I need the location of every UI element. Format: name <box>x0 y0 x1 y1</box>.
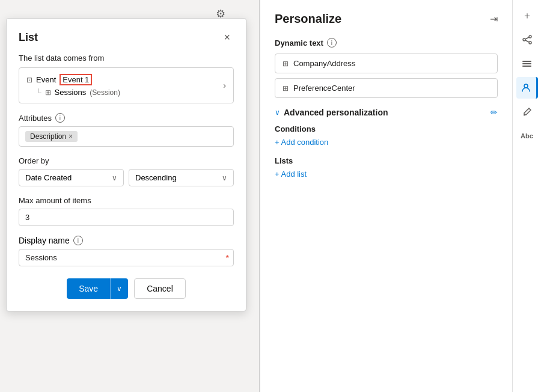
svg-point-11 <box>524 84 528 88</box>
attributes-header: Attributes i <box>19 113 234 123</box>
cancel-button[interactable]: Cancel <box>134 278 186 299</box>
session-label: Sessions <box>55 88 87 97</box>
advanced-title: Advanced personalization <box>284 108 388 117</box>
attributes-label: Attributes <box>19 114 52 123</box>
personalize-title: Personalize <box>275 12 341 26</box>
max-items-input[interactable] <box>19 209 234 226</box>
chip-remove-icon[interactable]: × <box>69 132 73 141</box>
chip-label: Description <box>30 132 66 141</box>
display-name-wrap: * <box>19 249 234 266</box>
add-condition-link[interactable]: + Add condition <box>275 138 328 147</box>
advanced-chevron-icon[interactable]: ∨ <box>275 108 280 117</box>
svg-point-8 <box>522 61 524 62</box>
text-sidebar-button[interactable]: Abc <box>516 125 538 147</box>
required-star: * <box>226 253 229 263</box>
indent-line: └ <box>36 88 41 97</box>
order-direction-dropdown[interactable]: Descending ∨ <box>129 169 234 186</box>
personalize-header: Personalize ⇥ <box>275 12 498 26</box>
list-sidebar-button[interactable] <box>516 53 538 75</box>
event-name-highlighted: Event 1 <box>60 74 92 85</box>
dialog-header: List × <box>19 31 234 44</box>
svg-rect-6 <box>523 63 531 64</box>
save-button[interactable]: Save <box>67 278 110 299</box>
save-dropdown-button[interactable]: ∨ <box>110 278 128 299</box>
session-name: (Session) <box>90 88 120 97</box>
dynamic-text-label: Dynamic text <box>275 38 323 47</box>
share-sidebar-button[interactable] <box>516 29 538 51</box>
event-row: ⊡ Event Event 1 <box>26 74 120 85</box>
svg-point-1 <box>523 38 525 41</box>
personalize-arrow-icon[interactable]: ⇥ <box>490 13 498 25</box>
preference-center-label: PreferenceCenter <box>293 84 355 93</box>
svg-rect-7 <box>523 66 531 67</box>
personalize-panel: Personalize ⇥ Dynamic text i ⊞ CompanyAd… <box>260 0 512 392</box>
data-source-label: The list data comes from <box>19 54 234 63</box>
right-sidebar: ＋ <box>512 0 541 392</box>
svg-point-10 <box>522 66 524 67</box>
conditions-title: Conditions <box>275 124 498 133</box>
add-list-link[interactable]: + Add list <box>275 170 307 179</box>
svg-line-3 <box>525 37 529 39</box>
chevron-right-icon: › <box>223 81 226 90</box>
advanced-title-row: ∨ Advanced personalization <box>275 108 388 117</box>
data-source-box[interactable]: ⊡ Event Event 1 └ ⊞ Sessions (Session) › <box>19 67 234 103</box>
svg-rect-5 <box>523 61 531 62</box>
advanced-header: ∨ Advanced personalization ✏ <box>275 108 498 117</box>
list-dialog: List × The list data comes from ⊡ Event … <box>6 18 246 311</box>
preference-center-field[interactable]: ⊞ PreferenceCenter <box>275 78 498 98</box>
svg-line-4 <box>525 40 529 42</box>
attributes-info-icon: i <box>55 113 65 123</box>
brush-sidebar-button[interactable] <box>516 101 538 123</box>
canvas-area: ⚙ List × The list data comes from ⊡ Even… <box>0 0 260 392</box>
order-direction-chevron-icon: ∨ <box>222 174 227 182</box>
advanced-section: ∨ Advanced personalization ✏ Conditions … <box>275 108 498 188</box>
svg-point-9 <box>522 63 524 64</box>
dynamic-text-header: Dynamic text i <box>275 38 498 47</box>
dynamic-text-info-icon: i <box>327 38 337 47</box>
display-name-label: Display name <box>19 236 70 245</box>
add-sidebar-button[interactable]: ＋ <box>516 5 538 26</box>
close-button[interactable]: × <box>220 31 234 44</box>
session-row: └ ⊞ Sessions (Session) <box>26 88 120 97</box>
field-icon-2: ⊞ <box>283 84 289 93</box>
table-icon: ⊡ <box>26 76 32 84</box>
order-by-row: Date Created ∨ Descending ∨ <box>19 169 234 186</box>
dialog-footer: Save ∨ Cancel <box>19 278 234 299</box>
display-name-header: Display name i <box>19 236 234 245</box>
order-by-dropdown[interactable]: Date Created ∨ <box>19 169 124 186</box>
svg-point-2 <box>529 41 531 44</box>
session-table-icon: ⊞ <box>45 88 51 97</box>
order-direction-value: Descending <box>135 173 177 182</box>
lists-title: Lists <box>275 156 498 165</box>
attributes-input[interactable]: Description × <box>19 126 234 147</box>
order-by-value: Date Created <box>25 173 72 182</box>
display-name-info-icon: i <box>73 236 83 245</box>
order-by-chevron-icon: ∨ <box>112 174 117 182</box>
person-sidebar-button[interactable] <box>516 77 538 99</box>
app-container: ⚙ List × The list data comes from ⊡ Even… <box>0 0 541 392</box>
company-address-field[interactable]: ⊞ CompanyAddress <box>275 54 498 73</box>
event-label: Event <box>36 75 56 84</box>
svg-point-0 <box>529 35 531 38</box>
data-source-content: ⊡ Event Event 1 └ ⊞ Sessions (Session) <box>26 74 120 97</box>
company-address-label: CompanyAddress <box>293 59 355 68</box>
field-icon-1: ⊞ <box>283 60 289 68</box>
advanced-edit-icon[interactable]: ✏ <box>491 108 498 117</box>
order-by-label: Order by <box>19 156 234 165</box>
dialog-title: List <box>19 31 38 44</box>
max-items-label: Max amount of items <box>19 196 234 205</box>
save-button-group: Save ∨ <box>67 278 128 299</box>
description-chip: Description × <box>25 131 78 142</box>
display-name-input[interactable] <box>19 249 234 266</box>
